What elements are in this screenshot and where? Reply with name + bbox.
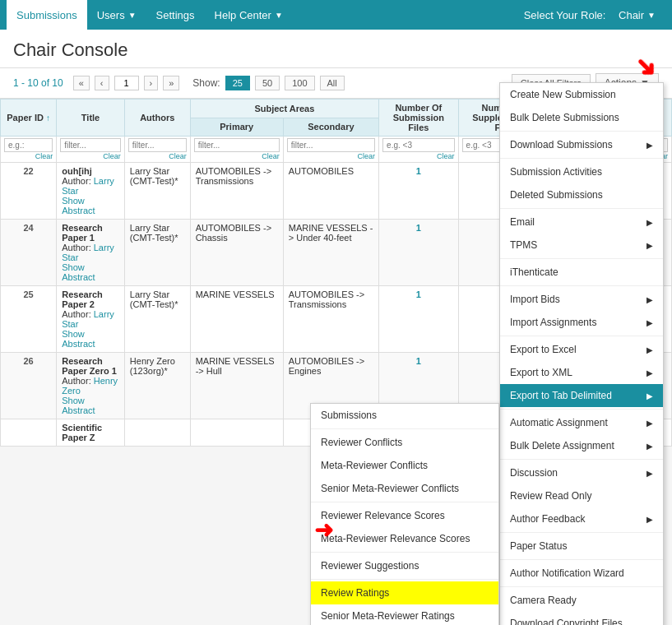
menu-ithenticate[interactable]: iThenticate (500, 261, 663, 284)
abstract-link-22[interactable]: Show Abstract (62, 196, 95, 215)
clear-secondary[interactable]: Clear (287, 152, 375, 160)
filter-sub-files[interactable] (382, 138, 455, 152)
col-header-sub-files[interactable]: Number Of Submission Files (379, 100, 459, 137)
export-xml-arrow-icon: ▶ (647, 368, 653, 377)
filter-paperid[interactable] (4, 138, 53, 152)
cell-id-22: 22 (1, 163, 57, 220)
export-tab-submenu: Submissions Reviewer Conflicts Meta-Revi… (310, 403, 499, 447)
submenu-reviewer-conflicts[interactable]: Reviewer Conflicts (311, 431, 498, 447)
menu-deleted-submissions[interactable]: Deleted Submissions (500, 183, 663, 206)
cell-title-26: Research Paper Zero 1 Author: Henry Zero… (57, 353, 125, 419)
show-all-button[interactable]: All (320, 76, 345, 90)
cell-title-25: Research Paper 2 Author: Larry Star Show… (57, 286, 125, 353)
prev-page-button[interactable]: ‹ (95, 76, 109, 90)
menu-tpms[interactable]: TPMS ▶ (500, 234, 663, 257)
cell-subfiles-22: 1 (379, 163, 459, 220)
author-link-26[interactable]: Henry Zero (62, 376, 118, 396)
nav-help-center[interactable]: Help Center ▼ (205, 0, 293, 30)
menu-export-xml[interactable]: Export to XML ▶ (500, 361, 663, 384)
divider-5 (500, 285, 663, 286)
actions-dropdown-menu: Create New Submission Bulk Delete Submis… (499, 82, 664, 447)
col-header-secondary[interactable]: Secondary (283, 118, 378, 137)
nav-submissions[interactable]: Submissions (7, 0, 87, 30)
submenu-submissions[interactable]: Submissions (311, 404, 498, 427)
cell-primary-22: AUTOMOBILES -> Transmissions (190, 163, 283, 220)
last-page-button[interactable]: » (163, 76, 179, 90)
email-arrow-icon: ▶ (647, 218, 653, 227)
select-role-label: Select Your Role: (524, 9, 609, 21)
col-header-paperid[interactable]: Paper ID ↑ (1, 100, 57, 137)
cell-primary-26: MARINE VESSELS -> Hull (190, 353, 283, 419)
show-50-button[interactable]: 50 (255, 76, 280, 90)
first-page-button[interactable]: « (73, 76, 90, 90)
clear-sub-files[interactable]: Clear (382, 152, 455, 160)
menu-export-tab[interactable]: Export to Tab Delimited ▶ (500, 384, 663, 407)
divider-3 (500, 208, 663, 209)
cell-primary-sci (190, 419, 283, 447)
menu-email[interactable]: Email ▶ (500, 211, 663, 234)
show-25-button[interactable]: 25 (225, 76, 250, 90)
author-link-25[interactable]: Larry Star (62, 309, 114, 329)
col-header-authors[interactable]: Authors (124, 100, 190, 137)
abstract-link-24[interactable]: Show Abstract (62, 262, 95, 282)
pagination-info: 1 - 10 of 10 (13, 77, 63, 89)
author-link-24[interactable]: Larry Star (62, 243, 114, 262)
abstract-link-25[interactable]: Show Abstract (62, 329, 95, 349)
divider-1 (500, 131, 663, 132)
menu-bulk-delete-submissions[interactable]: Bulk Delete Submissions (500, 106, 663, 129)
menu-import-bids[interactable]: Import Bids ▶ (500, 288, 663, 311)
filter-title[interactable] (60, 138, 121, 152)
users-arrow-icon: ▼ (128, 11, 137, 20)
divider-6 (500, 336, 663, 336)
clear-authors[interactable]: Clear (128, 152, 187, 160)
tpms-arrow-icon: ▶ (647, 241, 653, 250)
nav-users[interactable]: Users ▼ (87, 0, 146, 30)
menu-bulk-delete-assignment[interactable]: Bulk Delete Assignment ▶ (500, 434, 663, 447)
cell-title-24: Research Paper 1 Author: Larry Star Show… (57, 220, 125, 286)
filter-authors[interactable] (128, 138, 187, 152)
clear-paperid[interactable]: Clear (4, 152, 53, 160)
cell-primary-24: AUTOMOBILES -> Chassis (190, 220, 283, 286)
col-header-title[interactable]: Title (57, 100, 125, 137)
import-assign-arrow-icon: ▶ (647, 318, 653, 327)
clear-primary[interactable]: Clear (194, 152, 280, 160)
menu-export-excel[interactable]: Export to Excel ▶ (500, 338, 663, 361)
menu-download-submissions[interactable]: Download Submissions ▶ (500, 133, 663, 156)
divider-4 (500, 258, 663, 259)
nav-settings[interactable]: Settings (146, 0, 205, 30)
page-header: Chair Console (0, 30, 672, 68)
export-excel-arrow-icon: ▶ (647, 345, 653, 354)
chair-arrow-icon: ▼ (647, 11, 656, 20)
show-100-button[interactable]: 100 (285, 76, 314, 90)
filter-primary[interactable] (194, 138, 280, 152)
cell-title-22: ouh[ihj Author: Larry Star Show Abstract (57, 163, 125, 220)
author-link-22[interactable]: Larry Star (62, 176, 114, 196)
menu-import-assignments[interactable]: Import Assignments ▶ (500, 311, 663, 334)
filter-secondary[interactable] (287, 138, 375, 152)
cell-subfiles-24: 1 (379, 220, 459, 286)
next-page-button[interactable]: › (144, 76, 159, 90)
col-header-subject-areas: Subject Areas (190, 100, 378, 118)
menu-auto-assignment[interactable]: Automatic Assignment ▶ (500, 411, 663, 434)
page-title: Chair Console (13, 39, 659, 61)
cell-authors-22: Larry Star (CMT-Test)* (124, 163, 190, 220)
cell-id-26: 26 (1, 353, 57, 419)
import-bids-arrow-icon: ▶ (647, 295, 653, 304)
cell-secondary-22: AUTOMOBILES (283, 163, 378, 220)
nav-chair-role[interactable]: Chair ▼ (609, 0, 665, 30)
page-number-input[interactable] (114, 76, 139, 90)
cell-id-24: 24 (1, 220, 57, 286)
bulk-del-assign-arrow-icon: ▶ (647, 442, 653, 447)
col-header-primary[interactable]: Primary (190, 118, 283, 137)
export-tab-arrow-icon: ▶ (647, 391, 653, 400)
cell-primary-25: MARINE VESSELS (190, 286, 283, 353)
cell-authors-sci (124, 419, 190, 447)
clear-title[interactable]: Clear (60, 152, 121, 160)
show-label: Show: (192, 77, 220, 89)
cell-subfiles-25: 1 (379, 286, 459, 353)
top-navigation: Submissions Users ▼ Settings Help Center… (0, 0, 672, 30)
menu-create-submission[interactable]: Create New Submission (500, 83, 663, 106)
divider-7 (500, 409, 663, 410)
menu-submission-activities[interactable]: Submission Activities (500, 160, 663, 183)
abstract-link-26[interactable]: Show Abstract (62, 396, 95, 415)
